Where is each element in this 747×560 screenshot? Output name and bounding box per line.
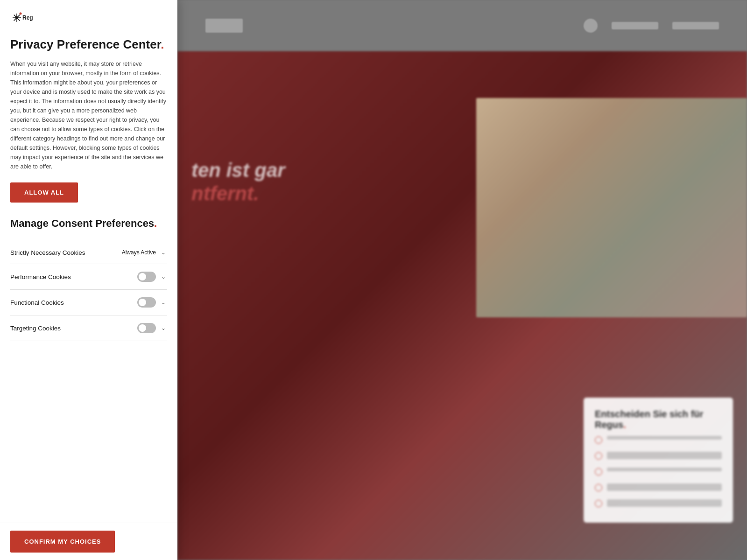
allow-all-button[interactable]: ALLOW ALL — [10, 182, 78, 203]
cookie-row-performance: Performance Cookies ⌄ — [10, 264, 167, 289]
privacy-panel: Regus Privacy Preference Center. When yo… — [0, 0, 177, 560]
cookie-controls-performance: ⌄ — [137, 272, 167, 282]
cookie-label-functional: Functional Cookies — [10, 299, 64, 306]
bg-hero: ten ist gar ntfernt. Entscheiden Sie sic… — [177, 51, 747, 560]
bg-phone-icon — [584, 19, 598, 33]
targeting-toggle[interactable] — [137, 323, 156, 333]
bg-logo — [205, 19, 243, 33]
manage-consent-title: Manage Consent Preferences. — [10, 217, 167, 230]
cookie-controls-targeting: ⌄ — [137, 323, 167, 333]
cookie-row-targeting: Targeting Cookies ⌄ — [10, 315, 167, 341]
bg-nav-account — [672, 22, 719, 29]
panel-footer: CONFIRM MY CHOICES — [0, 523, 177, 560]
bg-office-image — [476, 98, 747, 317]
panel-description: When you visit any website, it may store… — [10, 59, 167, 171]
bg-nav-bookmarks — [612, 22, 658, 29]
bg-card-item — [595, 432, 722, 448]
always-active-text: Always Active — [122, 249, 156, 256]
regus-logo-svg: Regus — [10, 11, 33, 24]
functional-toggle-knob — [139, 299, 146, 306]
cookie-row-functional: Functional Cookies ⌄ — [10, 289, 167, 315]
bg-logo-placeholder — [205, 19, 243, 33]
cookie-label-performance: Performance Cookies — [10, 273, 71, 280]
cookie-controls-strictly-necessary: Always Active ⌄ — [122, 249, 167, 256]
functional-chevron[interactable]: ⌄ — [160, 299, 167, 306]
cookie-label-strictly-necessary: Strictly Necessary Cookies — [10, 249, 85, 256]
bg-header — [177, 0, 747, 51]
regus-logo: Regus — [10, 11, 167, 24]
confirm-choices-button[interactable]: CONFIRM MY CHOICES — [10, 531, 115, 553]
bg-card-item — [595, 448, 722, 464]
strictly-necessary-chevron[interactable]: ⌄ — [160, 249, 167, 256]
bg-card-title: Entscheiden Sie sich für Regus. — [595, 409, 722, 430]
svg-point-5 — [20, 13, 22, 15]
functional-toggle[interactable] — [137, 297, 156, 308]
cookie-row-strictly-necessary: Strictly Necessary Cookies Always Active… — [10, 241, 167, 264]
performance-chevron[interactable]: ⌄ — [160, 273, 167, 280]
performance-toggle-knob — [139, 273, 146, 280]
bg-nav — [584, 19, 719, 33]
bg-card-item — [595, 464, 722, 480]
svg-text:Regus: Regus — [22, 14, 33, 21]
bg-info-card: Entscheiden Sie sich für Regus. — [584, 398, 733, 523]
bg-card-item — [595, 480, 722, 496]
panel-scroll: Regus Privacy Preference Center. When yo… — [0, 0, 177, 523]
cookie-label-targeting: Targeting Cookies — [10, 325, 61, 332]
panel-title: Privacy Preference Center. — [10, 37, 167, 52]
targeting-chevron[interactable]: ⌄ — [160, 324, 167, 332]
bg-hero-text: ten ist gar ntfernt. — [191, 159, 285, 206]
targeting-toggle-knob — [139, 324, 146, 332]
performance-toggle[interactable] — [137, 272, 156, 282]
bg-card-item — [595, 496, 722, 511]
cookie-controls-functional: ⌄ — [137, 297, 167, 308]
